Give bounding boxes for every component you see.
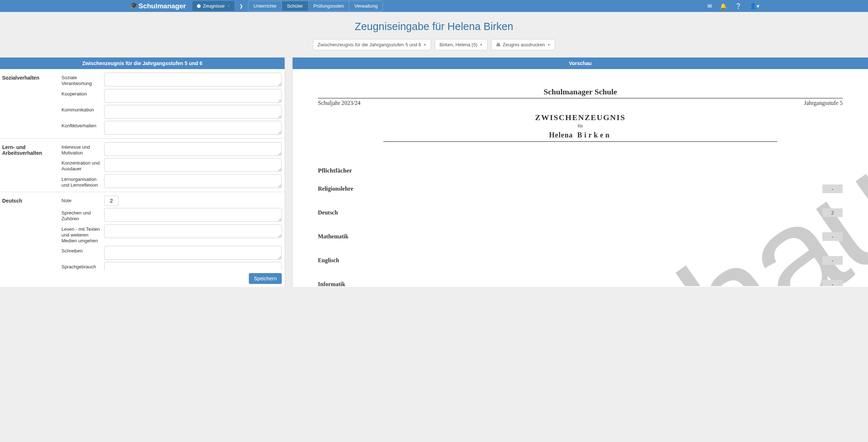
field-label: Kooperation <box>61 89 101 97</box>
bell-icon[interactable]: 🔔 <box>720 3 727 9</box>
preview-content: Schulmanager Schule Schuljahr 2023/24 Ja… <box>318 87 843 286</box>
preview-subject-row: Englisch- <box>318 256 843 265</box>
preview-grade-box: - <box>822 256 843 265</box>
text-input[interactable] <box>104 174 282 188</box>
preview-school: Schulmanager Schule <box>318 87 843 98</box>
mail-icon[interactable]: ✉ <box>707 3 712 9</box>
text-input[interactable] <box>104 158 282 172</box>
preview-subject-row: Religionslehre- <box>318 184 843 193</box>
sub-controls: Zwischenzeugnis für die Jahrgangsstufen … <box>0 39 868 58</box>
section-fields: Soziale VerantwortungKooperationKommunik… <box>61 73 285 135</box>
print-dropdown[interactable]: 🖶 Zeugnis ausdrucken ▼ <box>491 39 555 50</box>
form-footer: Speichern <box>0 270 285 287</box>
field-row: Sprechen und Zuhören <box>61 208 282 222</box>
field-row: Lesen - mit Texten und weiteren Medien u… <box>61 224 282 244</box>
section-fields: NoteSprechen und ZuhörenLesen - mit Text… <box>61 196 285 270</box>
form-body[interactable]: SozialverhaltenSoziale VerantwortungKoop… <box>0 69 285 270</box>
field-row: Schreiben <box>61 246 282 260</box>
preview-student-last: Birken <box>577 131 612 139</box>
text-input[interactable] <box>104 89 282 103</box>
preview-subject-name: Informatik <box>318 281 345 286</box>
preview-grade-box: - <box>822 184 843 193</box>
text-input[interactable] <box>104 208 282 222</box>
preview-grade-box: 2 <box>822 208 843 217</box>
form-panel-header: Zwischenzeugnis für die Jahrgangsstufen … <box>0 58 285 69</box>
nav-tab-prüfungsnoten[interactable]: Prüfungsnoten <box>309 1 350 11</box>
field-label: Sprachgebrauch und Sprache untersuchen u… <box>61 262 101 270</box>
preview-grade-level: Jahrgangsstufe 5 <box>804 100 843 106</box>
nav-tab-verwaltung[interactable]: Verwaltung <box>349 1 383 11</box>
preview-panel-header: Vorschau <box>293 58 868 69</box>
nav-right: ✉ 🔔 ❔ 👤▾ <box>707 3 861 9</box>
preview-grade-box: - <box>822 280 843 286</box>
preview-subject-name: Deutsch <box>318 209 338 216</box>
save-button[interactable]: Speichern <box>249 273 282 284</box>
form-section: SozialverhaltenSoziale VerantwortungKoop… <box>0 69 285 139</box>
text-input[interactable] <box>104 142 282 156</box>
section-title: Deutsch <box>2 196 61 270</box>
field-row: Sprachgebrauch und Sprache untersuchen u… <box>61 262 282 270</box>
text-input[interactable] <box>104 121 282 135</box>
chevron-down-icon: ▼ <box>547 43 550 47</box>
page-title: Zeugniseingabe für Helena Birken <box>0 12 868 39</box>
preview-meta: Schuljahr 2023/24 Jahrgangsstufe 5 <box>318 100 843 106</box>
student-dropdown[interactable]: Birken, Helena (5) ▼ <box>435 39 488 50</box>
user-menu[interactable]: 👤▾ <box>750 3 760 9</box>
field-label: Schreiben <box>61 246 101 254</box>
preview-subject-name: Religionslehre <box>318 186 353 192</box>
field-row: Soziale Verantwortung <box>61 73 282 87</box>
field-label: Lesen - mit Texten und weiteren Medien u… <box>61 224 101 244</box>
text-input[interactable] <box>104 73 282 86</box>
preview-school-year: Schuljahr 2023/24 <box>318 100 361 106</box>
preview-subject-row: Mathematik- <box>318 232 843 241</box>
section-title: Lern- und Arbeitsverhalten <box>2 142 61 188</box>
field-label: Konzentration und Ausdauer <box>61 158 101 172</box>
help-icon[interactable]: ❔ <box>735 3 742 9</box>
field-row: Note <box>61 196 282 206</box>
module-dropdown[interactable]: ⬢ Zeugnisse ▼ <box>192 1 234 11</box>
field-row: Kommunikation <box>61 105 282 119</box>
nav-tabs: UnterrichteSchülerPrüfungsnotenVerwaltun… <box>248 1 383 11</box>
print-dropdown-label: Zeugnis ausdrucken <box>503 42 545 47</box>
student-dropdown-label: Birken, Helena (5) <box>439 42 477 47</box>
nav-tab-unterrichte[interactable]: Unterrichte <box>248 1 282 11</box>
preview-body: schau Schulmanager Schule Schuljahr 2023… <box>293 69 868 286</box>
form-section: Lern- und ArbeitsverhaltenInteresse und … <box>0 139 285 192</box>
preview-student-first: Helena <box>549 131 573 139</box>
preview-subject-row: Informatik- <box>318 280 843 286</box>
preview-panel: Vorschau schau Schulmanager Schule Schul… <box>293 58 868 287</box>
preview-cert-title: ZWISCHENZEUGNIS <box>318 113 843 122</box>
nav-tab-schüler[interactable]: Schüler <box>282 1 308 11</box>
preview-subject-name: Mathematik <box>318 233 348 240</box>
app-logo[interactable]: 🎓 Schulmanager <box>130 2 186 10</box>
graduation-cap-icon: 🎓 <box>130 2 137 9</box>
form-section: DeutschNoteSprechen und ZuhörenLesen - m… <box>0 192 285 270</box>
field-label: Lernorganisation und Lernreflexion <box>61 174 101 188</box>
logo-text: Schulmanager <box>139 2 186 10</box>
preview-subjects-header: Pflichtfächer <box>318 167 843 174</box>
panels: Zwischenzeugnis für die Jahrgangsstufen … <box>0 58 868 287</box>
field-label: Kommunikation <box>61 105 101 113</box>
field-label: Interesse und Motivation <box>61 142 101 156</box>
text-input[interactable] <box>104 105 282 119</box>
preview-grade-box: - <box>822 232 843 241</box>
grade-input[interactable] <box>104 196 119 206</box>
text-input[interactable] <box>104 246 282 260</box>
field-row: Konfliktverhalten <box>61 121 282 135</box>
text-input[interactable] <box>104 262 282 270</box>
chevron-down-icon: ▼ <box>423 43 426 47</box>
field-label: Soziale Verantwortung <box>61 73 101 87</box>
text-input[interactable] <box>104 224 282 238</box>
field-label: Konfliktverhalten <box>61 121 101 129</box>
field-label: Sprechen und Zuhören <box>61 208 101 222</box>
form-panel: Zwischenzeugnis für die Jahrgangsstufen … <box>0 58 285 287</box>
module-dropdown-label: Zeugnisse <box>203 3 225 9</box>
template-dropdown[interactable]: Zwischenzeugnis für die Jahrgangsstufen … <box>313 39 431 50</box>
chevron-right-icon: ❯ <box>237 4 245 9</box>
print-icon: 🖶 <box>496 42 501 47</box>
navbar: 🎓 Schulmanager ⬢ Zeugnisse ▼ ❯ Unterrich… <box>0 0 868 12</box>
section-fields: Interesse und MotivationKonzentration un… <box>61 142 285 188</box>
preview-subject-name: Englisch <box>318 257 339 264</box>
chevron-down-icon: ▼ <box>480 43 483 47</box>
hexagon-icon: ⬢ <box>197 3 201 9</box>
